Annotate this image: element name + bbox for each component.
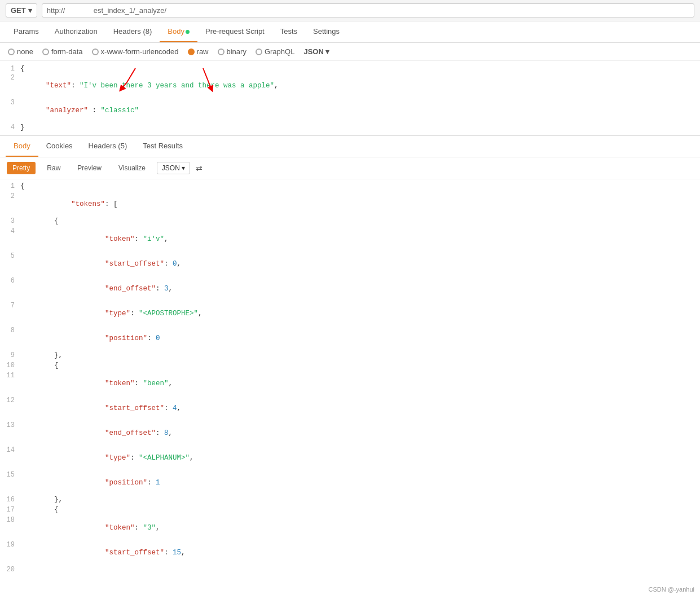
resp-line-20: 20 "end_offset": 16, — [0, 565, 700, 574]
resp-line-10: 10 { — [0, 361, 700, 371]
radio-urlencoded — [92, 49, 99, 55]
request-body-editor[interactable]: 1 { 2 "text": "I'v been there 3 years an… — [0, 61, 700, 136]
format-preview[interactable]: Preview — [72, 162, 107, 174]
resp-line-18: 18 "token": "3", — [0, 515, 700, 540]
response-body: 1 { 2 "tokens": [ 3 { 4 "token": "i'v", — [0, 179, 700, 574]
body-type-binary[interactable]: binary — [218, 47, 246, 56]
tab-authorization[interactable]: Authorization — [47, 21, 105, 42]
json-chevron-icon: ▾ — [325, 47, 329, 56]
body-type-form-data[interactable]: form-data — [42, 47, 83, 56]
tab-headers[interactable]: Headers (8) — [105, 21, 160, 42]
format-visualize[interactable]: Visualize — [113, 162, 151, 174]
resp-line-5: 5 "start_offset": 0, — [0, 252, 700, 276]
tab-settings[interactable]: Settings — [305, 21, 347, 42]
tab-pre-request[interactable]: Pre-request Script — [197, 21, 272, 42]
method-label: GET — [11, 6, 26, 15]
url-bar: GET ▾ — [0, 0, 700, 21]
body-type-urlencoded[interactable]: x-www-form-urlencoded — [92, 47, 179, 56]
resp-line-19: 19 "start_offset": 15, — [0, 540, 700, 565]
resp-line-12: 12 "start_offset": 4, — [0, 396, 700, 421]
resp-line-2: 2 "tokens": [ — [0, 192, 700, 217]
body-type-graphql[interactable]: GraphQL — [256, 47, 294, 56]
response-json-chevron-icon: ▾ — [182, 164, 185, 172]
body-type-raw[interactable]: raw — [188, 47, 209, 56]
response-tab-bar: Body Cookies Headers (5) Test Results — [0, 136, 700, 157]
resp-line-6: 6 "end_offset": 3, — [0, 276, 700, 301]
response-tab-test-results[interactable]: Test Results — [135, 136, 191, 157]
body-type-none[interactable]: none — [8, 47, 33, 56]
req-line-3: 3 "analyzer" : "classic" — [0, 98, 700, 123]
resp-line-15: 15 "position": 1 — [0, 470, 700, 495]
radio-form-data — [42, 49, 49, 55]
resp-line-3: 3 { — [0, 217, 700, 227]
resp-line-11: 11 "token": "been", — [0, 371, 700, 396]
tab-params[interactable]: Params — [6, 21, 47, 42]
resp-line-9: 9 }, — [0, 351, 700, 361]
method-chevron: ▾ — [28, 6, 32, 15]
resp-line-14: 14 "type": "<ALPHANUM>", — [0, 446, 700, 470]
radio-binary — [218, 49, 224, 55]
req-line-2: 2 "text": "I'v been there 3 years and th… — [0, 73, 700, 98]
response-tab-body[interactable]: Body — [6, 136, 38, 157]
resp-line-13: 13 "end_offset": 8, — [0, 421, 700, 446]
format-raw[interactable]: Raw — [41, 162, 66, 174]
radio-raw — [188, 49, 195, 55]
req-line-4: 4 } — [0, 123, 700, 132]
body-type-bar: none form-data x-www-form-urlencoded raw… — [0, 43, 700, 61]
resp-line-7: 7 "type": "<APOSTROPHE>", — [0, 301, 700, 326]
response-section: Body Cookies Headers (5) Test Results Pr… — [0, 136, 700, 574]
url-input[interactable] — [42, 3, 694, 17]
response-format-bar: Pretty Raw Preview Visualize JSON ▾ ⇄ — [0, 157, 700, 179]
request-tab-bar: Params Authorization Headers (8) Body Pr… — [0, 21, 700, 43]
resp-line-8: 8 "position": 0 — [0, 326, 700, 351]
format-pretty[interactable]: Pretty — [7, 162, 36, 174]
resp-line-16: 16 }, — [0, 495, 700, 505]
radio-graphql — [256, 49, 262, 55]
response-json-dropdown[interactable]: JSON ▾ — [157, 162, 190, 174]
req-line-1: 1 { — [0, 64, 700, 73]
response-tab-headers[interactable]: Headers (5) — [81, 136, 135, 157]
method-select[interactable]: GET ▾ — [6, 3, 37, 17]
wrap-icon[interactable]: ⇄ — [196, 164, 202, 173]
response-tab-cookies[interactable]: Cookies — [38, 136, 81, 157]
tab-tests[interactable]: Tests — [272, 21, 305, 42]
resp-line-4: 4 "token": "i'v", — [0, 227, 700, 252]
tab-body[interactable]: Body — [160, 21, 197, 42]
json-type-dropdown[interactable]: JSON ▾ — [303, 47, 329, 56]
resp-line-17: 17 { — [0, 505, 700, 515]
body-dot — [186, 30, 190, 34]
resp-line-1: 1 { — [0, 182, 700, 192]
radio-none — [8, 49, 15, 55]
